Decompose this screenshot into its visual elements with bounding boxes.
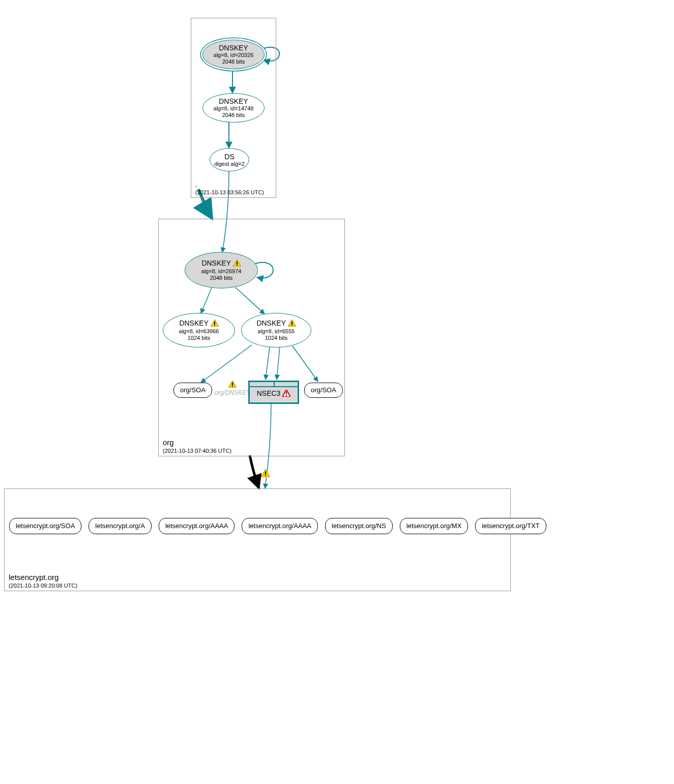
node-org-ksk: DNSKEY alg=8, id=26974 2048 bits (185, 252, 258, 288)
dnssec-graph: . (2021-10-13 03:56:26 UTC) org (2021-10… (0, 0, 674, 784)
node-sub2: 2048 bits (222, 59, 245, 65)
record-label: letsencrypt.org/A (95, 522, 145, 530)
node-label: org/DNSKEY (215, 390, 250, 397)
node-label: org/SOA (311, 387, 336, 394)
leaf-record: letsencrypt.org/TXT (475, 518, 546, 534)
svg-rect-9 (232, 386, 233, 387)
svg-rect-10 (286, 392, 287, 394)
node-sub2: 1024 bits (188, 335, 211, 341)
node-nsec3: NSEC3 (248, 381, 299, 404)
leaf-records-row: letsencrypt.org/SOA letsencrypt.org/A le… (9, 518, 506, 534)
svg-rect-4 (214, 322, 215, 324)
warning-icon (211, 320, 219, 328)
node-title: DNSKEY (219, 97, 248, 105)
leaf-record: letsencrypt.org/AAAA (159, 518, 235, 534)
record-label: letsencrypt.org/AAAA (248, 522, 311, 530)
node-org-soa-2: org/SOA (304, 383, 343, 398)
node-sub1: alg=8, id=6555 (258, 328, 295, 335)
node-sub2: 2048 bits (210, 275, 233, 281)
warning-icon (261, 469, 270, 479)
svg-rect-7 (291, 325, 292, 326)
zone-root-timestamp: (2021-10-13 03:56:26 UTC) (195, 189, 264, 195)
node-title: DS (224, 153, 234, 161)
record-label: letsencrypt.org/MX (406, 522, 461, 530)
svg-rect-2 (237, 262, 238, 264)
node-org-zsk1: DNSKEY alg=8, id=63966 1024 bits (163, 313, 235, 347)
node-title: DNSKEY (256, 319, 296, 328)
svg-rect-5 (214, 325, 215, 326)
record-label: letsencrypt.org/NS (332, 522, 386, 530)
node-title: DNSKEY (219, 44, 248, 52)
node-label: NSEC3 (257, 389, 281, 397)
zone-le-name: letsencrypt.org (9, 573, 58, 582)
zone-org-name: org (163, 438, 174, 447)
svg-rect-1 (265, 475, 266, 476)
zone-le-timestamp: (2021-10-13 09:20:08 UTC) (9, 583, 77, 589)
node-org-dnskey-ghost: org/DNSKEY (213, 381, 252, 397)
warning-icon (288, 320, 296, 328)
zone-org-timestamp: (2021-10-13 07:40:36 UTC) (163, 448, 231, 454)
error-icon (282, 390, 290, 398)
node-sub1: alg=8, id=26974 (201, 268, 242, 275)
node-org-zsk2: DNSKEY alg=8, id=6555 1024 bits (241, 313, 311, 347)
leaf-record: letsencrypt.org/A (89, 518, 152, 534)
record-label: letsencrypt.org/SOA (16, 522, 75, 530)
leaf-record: letsencrypt.org/MX (400, 518, 468, 534)
node-title: DNSKEY (201, 259, 241, 268)
leaf-record: letsencrypt.org/AAAA (242, 518, 318, 534)
node-sub2: 1024 bits (265, 335, 288, 341)
node-sub1: digest alg=2 (214, 161, 245, 167)
svg-rect-6 (291, 322, 292, 324)
svg-rect-8 (232, 383, 233, 385)
leaf-record: letsencrypt.org/NS (325, 518, 393, 534)
warning-icon (233, 259, 241, 268)
svg-rect-0 (265, 472, 266, 474)
node-root-zsk: DNSKEY alg=8, id=14748 2048 bits (202, 93, 265, 123)
warning-icon (228, 381, 237, 390)
node-label: org/SOA (180, 387, 206, 394)
svg-rect-11 (286, 395, 287, 396)
node-sub2: 2048 bits (222, 112, 245, 119)
node-sub1: alg=8, id=20326 (214, 52, 254, 59)
zone-root-name: . (195, 180, 197, 188)
record-label: letsencrypt.org/TXT (482, 522, 539, 530)
node-org-soa-1: org/SOA (173, 383, 212, 398)
node-title: DNSKEY (179, 319, 218, 328)
node-root-ds: DS digest alg=2 (210, 148, 249, 171)
record-label: letsencrypt.org/AAAA (165, 522, 228, 530)
leaf-record: letsencrypt.org/SOA (9, 518, 81, 534)
svg-rect-3 (237, 265, 238, 266)
node-root-ksk: DNSKEY alg=8, id=20326 2048 bits (202, 40, 265, 69)
zone-letsencrypt: letsencrypt.org (2021-10-13 09:20:08 UTC… (4, 488, 511, 591)
node-sub1: alg=8, id=63966 (179, 328, 219, 335)
node-sub1: alg=8, id=14748 (214, 105, 254, 112)
